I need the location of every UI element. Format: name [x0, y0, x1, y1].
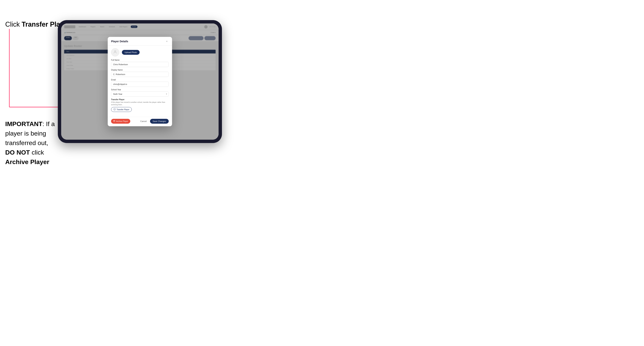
transfer-player-section: Transfer Player If this player has moved… — [111, 99, 169, 112]
transfer-player-button[interactable]: Transfer Player — [111, 107, 132, 112]
tablet-screen: Dashboard Players Teams Schedule Edit Pl… — [61, 23, 218, 140]
full-name-input[interactable] — [111, 62, 169, 67]
archive-player-button[interactable]: Archive Player — [111, 119, 130, 124]
person-icon — [113, 50, 117, 55]
important-text: IMPORTANT: If a player is being transfer… — [5, 119, 58, 167]
modal-body: Upload Photo Full Name Display Name Emai… — [108, 46, 172, 117]
modal-title: Player Details — [111, 40, 128, 43]
cancel-button[interactable]: Cancel — [138, 119, 148, 124]
modal-footer: Archive Player Cancel Save Changes — [108, 117, 172, 126]
full-name-label: Full Name — [111, 59, 169, 61]
email-group: Email — [111, 79, 169, 87]
school-year-select[interactable]: First Year Second Year Third Year Fourth… — [111, 91, 169, 97]
archive-player-label: Archive Player — [116, 120, 128, 122]
transfer-player-label: Transfer Player — [117, 109, 130, 111]
school-year-group: School Year First Year Second Year Third… — [111, 89, 169, 97]
svg-rect-4 — [114, 120, 115, 121]
archive-icon — [114, 120, 115, 122]
svg-point-3 — [114, 50, 116, 52]
avatar-placeholder — [111, 48, 119, 56]
tablet-device: Dashboard Players Teams Schedule Edit Pl… — [58, 20, 222, 143]
important-instruction: IMPORTANT: If a player is being transfer… — [5, 119, 58, 167]
school-year-select-wrapper: First Year Second Year Third Year Fourth… — [111, 91, 169, 97]
modal-header: Player Details × — [108, 37, 172, 46]
display-name-input[interactable] — [111, 72, 169, 77]
transfer-icon — [114, 108, 116, 111]
save-changes-button[interactable]: Save Changes — [150, 119, 168, 124]
upload-photo-button[interactable]: Upload Photo — [122, 50, 140, 55]
full-name-group: Full Name — [111, 59, 169, 67]
transfer-description: If this player has moved to another scho… — [111, 101, 169, 106]
footer-right: Cancel Save Changes — [138, 119, 168, 124]
email-input[interactable] — [111, 82, 169, 87]
photo-upload-row: Upload Photo — [111, 48, 169, 56]
player-details-modal: Player Details × Upload Photo — [108, 37, 172, 126]
display-name-label: Display Name — [111, 69, 169, 71]
school-year-label: School Year — [111, 89, 169, 91]
email-label: Email — [111, 79, 169, 81]
transfer-section-label: Transfer Player — [111, 99, 169, 101]
display-name-group: Display Name — [111, 69, 169, 77]
close-button[interactable]: × — [165, 39, 169, 43]
